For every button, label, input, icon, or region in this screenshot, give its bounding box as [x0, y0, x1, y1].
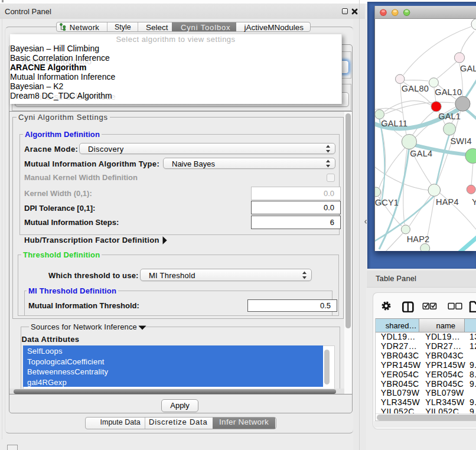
svg-text:SWI4: SWI4: [450, 136, 471, 146]
svg-text:GAL7: GAL7: [460, 64, 476, 73]
svg-text:HAP4: HAP4: [436, 197, 459, 207]
svg-text:Y: Y: [472, 197, 476, 207]
svg-text:GAL11: GAL11: [381, 119, 407, 128]
svg-text:GAL10: GAL10: [435, 87, 462, 97]
svg-text:GCY1: GCY1: [375, 198, 399, 207]
svg-text:HAP2: HAP2: [407, 234, 430, 244]
svg-text:GAL4: GAL4: [410, 149, 432, 158]
svg-text:GAL1: GAL1: [438, 112, 461, 121]
svg-text:GAL80: GAL80: [402, 84, 429, 93]
